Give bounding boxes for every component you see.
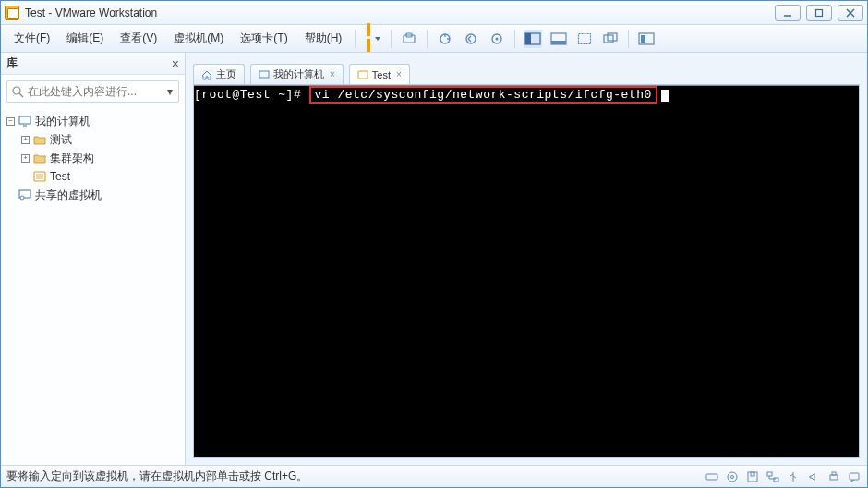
tab-label: 我的计算机: [273, 67, 324, 81]
tabs: 主页 我的计算机 × Test ×: [193, 58, 860, 84]
folder-icon: [33, 134, 46, 145]
menubar: 文件(F) 编辑(E) 查看(V) 虚拟机(M) 选项卡(T) 帮助(H): [1, 25, 867, 53]
send-ctrl-alt-del-icon[interactable]: [400, 30, 418, 48]
tree-node-cluster[interactable]: + 集群架构: [6, 149, 179, 167]
terminal-command-highlight: vi /etc/sysconfig/network-scripts/ifcfg-…: [309, 86, 657, 104]
svg-rect-21: [19, 116, 30, 124]
tab-my-computer[interactable]: 我的计算机 ×: [250, 64, 344, 84]
svg-rect-1: [816, 9, 823, 16]
terminal[interactable]: [root@Test ~]# vi /etc/sysconfig/network…: [194, 86, 859, 457]
status-usb-icon[interactable]: [786, 470, 801, 484]
tree-label: 我的计算机: [35, 114, 90, 129]
sidebar-close-icon[interactable]: ×: [172, 57, 179, 70]
pause-button[interactable]: [364, 30, 382, 48]
menu-edit[interactable]: 编辑(E): [59, 27, 111, 50]
terminal-window[interactable]: [root@Test ~]# vi /etc/sysconfig/network…: [193, 84, 860, 458]
svg-rect-24: [36, 174, 43, 179]
home-icon: [201, 69, 212, 80]
svg-point-19: [13, 87, 20, 94]
search-input[interactable]: [24, 85, 165, 98]
snapshot-take-icon[interactable]: [436, 30, 454, 48]
expander-icon[interactable]: −: [6, 117, 15, 126]
tree-node-my-computer[interactable]: − 我的计算机: [6, 112, 179, 130]
svg-point-31: [731, 475, 734, 478]
svg-rect-37: [832, 472, 836, 475]
svg-rect-29: [706, 474, 717, 480]
search-box[interactable]: ▾: [6, 80, 179, 103]
sidebar-title: 库: [6, 55, 172, 71]
status-message-icon[interactable]: [847, 470, 862, 484]
single-window-icon[interactable]: [549, 30, 568, 48]
menu-view[interactable]: 查看(V): [113, 27, 164, 50]
window-title: Test - VMware Workstation: [25, 6, 775, 19]
separator: [427, 30, 428, 48]
separator: [355, 30, 356, 48]
svg-line-20: [19, 93, 23, 97]
svg-rect-16: [608, 33, 617, 41]
status-printer-icon[interactable]: [826, 470, 841, 484]
status-text: 要将输入定向到该虚拟机，请在虚拟机内部单击或按 Ctrl+G。: [6, 469, 699, 484]
expander-icon[interactable]: +: [21, 154, 30, 163]
status-floppy-icon[interactable]: [745, 470, 760, 484]
minimize-button[interactable]: [775, 5, 801, 21]
sidebar: 库 × ▾ − 我的计算机 + 测试 + 集群架构: [1, 53, 186, 465]
menu-tabs[interactable]: 选项卡(T): [233, 27, 295, 50]
tab-home[interactable]: 主页: [193, 64, 245, 84]
status-cd-icon[interactable]: [725, 470, 740, 484]
svg-rect-32: [748, 472, 757, 482]
sidebar-header: 库 ×: [1, 53, 185, 75]
search-icon: [11, 85, 24, 98]
shared-vm-icon: [18, 189, 31, 201]
svg-rect-27: [259, 71, 269, 78]
expander-spacer: [21, 173, 30, 181]
monitor-icon: [18, 116, 31, 127]
svg-rect-15: [604, 35, 613, 43]
library-tree: − 我的计算机 + 测试 + 集群架构 Test: [1, 108, 185, 465]
svg-rect-13: [551, 41, 566, 44]
menu-help[interactable]: 帮助(H): [297, 27, 350, 50]
tree-label: 测试: [50, 132, 72, 148]
snapshot-manager-icon[interactable]: [488, 30, 506, 48]
tab-close-icon[interactable]: ×: [330, 69, 335, 79]
search-dropdown[interactable]: ▾: [165, 85, 175, 98]
menu-file[interactable]: 文件(F): [6, 27, 57, 50]
tree-label: Test: [50, 170, 70, 183]
terminal-command: vi /etc/sysconfig/network-scripts/ifcfg-…: [315, 88, 652, 102]
vm-icon: [357, 70, 368, 79]
main-area: 主页 我的计算机 × Test × [root@Test ~]# vi /etc…: [186, 53, 867, 465]
thumbnail-icon[interactable]: [637, 30, 656, 48]
svg-point-7: [466, 34, 476, 43]
app-icon: [5, 6, 19, 20]
fullscreen-icon[interactable]: [575, 30, 594, 48]
terminal-cursor: [661, 90, 669, 102]
svg-point-30: [728, 472, 737, 482]
snapshot-revert-icon[interactable]: [462, 30, 480, 48]
titlebar: Test - VMware Workstation: [1, 1, 867, 25]
svg-point-9: [496, 37, 499, 40]
menu-vm[interactable]: 虚拟机(M): [166, 27, 231, 50]
separator: [628, 30, 629, 48]
status-network-icon[interactable]: [766, 470, 780, 484]
tree-node-test-vm[interactable]: Test: [6, 167, 179, 186]
terminal-prompt: [root@Test ~]#: [194, 88, 309, 102]
folder-icon: [33, 152, 46, 164]
svg-rect-11: [525, 33, 531, 44]
svg-rect-33: [751, 472, 754, 476]
expander-icon[interactable]: +: [21, 136, 30, 144]
svg-rect-4: [404, 35, 415, 43]
unity-icon[interactable]: [601, 30, 620, 48]
window-controls: [775, 5, 863, 21]
tree-node-test-folder[interactable]: + 测试: [6, 130, 179, 149]
tree-label: 共享的虚拟机: [35, 188, 102, 203]
status-sound-icon[interactable]: [806, 470, 821, 484]
vm-icon: [33, 171, 46, 182]
tab-close-icon[interactable]: ×: [396, 69, 402, 79]
expander-spacer: [6, 191, 15, 200]
status-hdd-icon[interactable]: [705, 470, 719, 484]
console-view-icon[interactable]: [524, 30, 542, 48]
tab-test[interactable]: Test ×: [349, 64, 410, 84]
close-button[interactable]: [838, 5, 863, 21]
maximize-button[interactable]: [806, 5, 832, 21]
statusbar: 要将输入定向到该虚拟机，请在虚拟机内部单击或按 Ctrl+G。: [1, 465, 867, 487]
tree-node-shared[interactable]: 共享的虚拟机: [6, 186, 179, 204]
